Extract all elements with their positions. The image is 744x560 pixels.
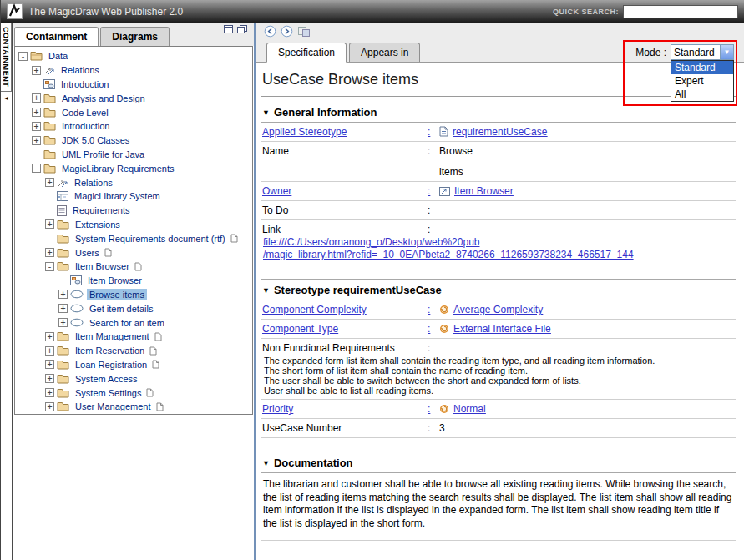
tree-item-label[interactable]: Analysis and Design bbox=[59, 93, 148, 104]
tree-item-magiclibrary-requirements[interactable]: -MagicLibrary Requirements bbox=[15, 161, 252, 175]
tree-item-system-access[interactable]: +System Access bbox=[15, 371, 252, 386]
dropdown-arrow-icon[interactable]: ▼ bbox=[720, 45, 733, 59]
expand-toggle-icon[interactable]: + bbox=[32, 93, 41, 103]
tree-item-relations[interactable]: +Relations bbox=[15, 63, 252, 78]
tree-item-label[interactable]: Item Browser bbox=[85, 275, 144, 286]
forward-icon[interactable] bbox=[281, 25, 293, 38]
select-in-containment-tree-icon[interactable] bbox=[297, 26, 311, 38]
tree-item-label[interactable]: User Management bbox=[73, 401, 154, 412]
package-icon bbox=[30, 51, 43, 61]
collapse-toggle-icon[interactable]: - bbox=[32, 164, 41, 173]
tree-item-label[interactable]: Introduction bbox=[59, 120, 112, 132]
tree-item-label[interactable]: Relations bbox=[72, 177, 115, 189]
tree-item-analysis-and-design[interactable]: +Analysis and Design bbox=[15, 91, 252, 105]
link-average-complexity[interactable]: Average Complexity bbox=[453, 304, 543, 315]
tree-item-label[interactable]: JDK 5.0 Classes bbox=[59, 134, 132, 146]
tree-item-get-item-details[interactable]: +Get item details bbox=[15, 301, 252, 315]
tree-item-users[interactable]: +Users bbox=[15, 245, 252, 260]
expand-toggle-icon[interactable]: + bbox=[45, 219, 54, 229]
tree-item-item-management[interactable]: +Item Management bbox=[15, 330, 252, 344]
tree-item-system-requirements-document-rtf[interactable]: System Requirements document (rtf) bbox=[15, 231, 252, 245]
tree-item-uml-profile-for-java[interactable]: UML Profile for Java bbox=[15, 148, 252, 162]
expand-toggle-icon[interactable]: + bbox=[45, 178, 54, 187]
tree-item-relations[interactable]: +Relations bbox=[15, 175, 252, 189]
usecase-icon bbox=[70, 318, 84, 327]
expand-toggle-icon[interactable]: + bbox=[45, 346, 54, 356]
tree-item-label[interactable]: Search for an item bbox=[87, 317, 167, 329]
mode-option-all[interactable]: All bbox=[671, 88, 733, 101]
tree-item-label[interactable]: System Access bbox=[73, 373, 140, 385]
tree-item-label[interactable]: Extensions bbox=[73, 219, 123, 230]
link-external-interface-file[interactable]: External Interface File bbox=[453, 323, 551, 335]
tab-specification[interactable]: Specification bbox=[266, 43, 347, 63]
tree-item-label[interactable]: UML Profile for Java bbox=[59, 149, 147, 160]
mode-option-standard[interactable]: Standard bbox=[671, 61, 733, 74]
tree-item-user-management[interactable]: +User Management bbox=[15, 400, 252, 414]
tree-item-label[interactable]: System Settings bbox=[73, 387, 144, 399]
tree-item-label[interactable]: Data bbox=[46, 50, 70, 62]
expand-toggle-icon[interactable]: + bbox=[58, 318, 68, 327]
expand-toggle-icon[interactable]: + bbox=[58, 304, 68, 313]
tree-item-label[interactable]: MagicLibrary Requirements bbox=[59, 163, 177, 174]
expand-toggle-icon[interactable]: + bbox=[45, 360, 54, 369]
expand-toggle-icon[interactable]: + bbox=[58, 290, 68, 299]
expand-toggle-icon[interactable]: + bbox=[45, 248, 54, 257]
tree-item-label[interactable]: Item Browser bbox=[73, 260, 132, 272]
tree-item-search-for-an-item[interactable]: +Search for an item bbox=[15, 315, 252, 330]
document-icon bbox=[146, 388, 154, 397]
tree-item-data[interactable]: -Data bbox=[15, 49, 252, 63]
tree-item-label[interactable]: Get item details bbox=[87, 303, 155, 315]
expand-toggle-icon[interactable]: + bbox=[45, 332, 54, 341]
expand-toggle-icon[interactable]: + bbox=[32, 108, 41, 117]
tree-item-introduction[interactable]: Introduction bbox=[15, 78, 252, 92]
tree-item-label[interactable]: Requirements bbox=[70, 204, 132, 216]
tab-containment[interactable]: Containment bbox=[14, 27, 99, 46]
section-header-documentation[interactable]: ▼Documentation bbox=[261, 452, 736, 473]
tab-diagrams[interactable]: Diagrams bbox=[100, 27, 170, 46]
tree-item-requirements[interactable]: Requirements bbox=[15, 204, 252, 218]
expand-toggle-icon[interactable]: + bbox=[32, 66, 41, 75]
tree-item-label[interactable]: Code Level bbox=[59, 107, 111, 119]
section-header-stereotype-requirementusecase[interactable]: ▼Stereotype requirementUseCase bbox=[261, 280, 736, 300]
mode-option-expert[interactable]: Expert bbox=[671, 74, 733, 88]
tree-item-label[interactable]: Loan Registration bbox=[73, 359, 149, 371]
file-link[interactable]: file:///C:/Users/ornanong_o/Desktop/web%… bbox=[262, 236, 736, 249]
tree-item-extensions[interactable]: +Extensions bbox=[15, 218, 252, 232]
expand-toggle-icon[interactable]: + bbox=[45, 388, 54, 397]
expand-toggle-icon[interactable]: + bbox=[32, 122, 41, 131]
tree-item-magiclibrary-system[interactable]: MagicLibrary System bbox=[15, 189, 252, 204]
minimize-panel-icon[interactable] bbox=[224, 25, 233, 33]
expand-toggle-icon[interactable]: + bbox=[32, 136, 41, 145]
tree-item-item-browser[interactable]: -Item Browser bbox=[15, 260, 252, 274]
mode-dropdown[interactable]: Standard ▼ bbox=[671, 44, 734, 60]
tree-item-label[interactable]: Users bbox=[73, 247, 102, 259]
tree-item-label[interactable]: Browse items bbox=[87, 289, 147, 300]
tree-item-label[interactable]: Item Reservation bbox=[73, 345, 147, 356]
tree-item-browse-items[interactable]: +Browse items bbox=[15, 288, 252, 302]
file-link[interactable]: /magic_library.html?refid=_10_0EAPbeta2_… bbox=[262, 249, 736, 261]
link-requirementusecase[interactable]: requirementUseCase bbox=[453, 126, 547, 138]
tree-item-loan-registration[interactable]: +Loan Registration bbox=[15, 358, 252, 372]
tree-item-system-settings[interactable]: +System Settings bbox=[15, 386, 252, 400]
tree-item-label[interactable]: System Requirements document (rtf) bbox=[73, 233, 228, 245]
expand-toggle-icon[interactable]: + bbox=[45, 374, 54, 383]
collapse-panel-icon[interactable]: ◄ bbox=[1, 95, 12, 101]
expand-toggle-icon[interactable]: + bbox=[45, 402, 54, 411]
tab-appears-in[interactable]: Appears in bbox=[349, 43, 420, 62]
open-in-new-window-icon[interactable] bbox=[237, 25, 247, 33]
tree-item-introduction[interactable]: +Introduction bbox=[15, 119, 252, 134]
tree-item-label[interactable]: Introduction bbox=[58, 78, 111, 90]
link-item-browser[interactable]: Item Browser bbox=[454, 185, 514, 197]
tree-item-item-reservation[interactable]: +Item Reservation bbox=[15, 344, 252, 358]
quick-search-input[interactable] bbox=[623, 5, 738, 18]
tree-item-item-browser[interactable]: Item Browser bbox=[15, 274, 252, 288]
tree-item-label[interactable]: MagicLibrary System bbox=[72, 190, 163, 202]
tree-item-label[interactable]: Relations bbox=[58, 64, 102, 76]
link-normal[interactable]: Normal bbox=[453, 403, 486, 415]
tree-item-jdk-5-0-classes[interactable]: +JDK 5.0 Classes bbox=[15, 134, 252, 148]
collapse-toggle-icon[interactable]: - bbox=[18, 52, 28, 61]
back-icon[interactable] bbox=[264, 25, 276, 38]
tree-item-code-level[interactable]: +Code Level bbox=[15, 105, 252, 119]
collapse-toggle-icon[interactable]: - bbox=[45, 262, 54, 271]
tree-item-label[interactable]: Item Management bbox=[73, 330, 152, 342]
